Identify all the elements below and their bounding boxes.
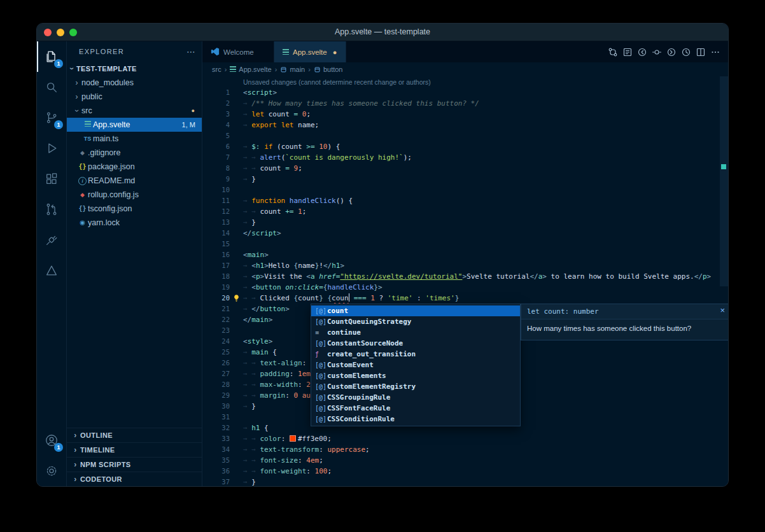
activitybar-source-control-icon[interactable]: 1 (37, 102, 66, 133)
activitybar-extensions-icon[interactable] (37, 164, 66, 194)
gutter-slot (230, 477, 243, 486)
code-line[interactable]: 33→ → color: #ff3e00; (202, 433, 728, 444)
toggle-blame-icon[interactable] (652, 47, 662, 57)
project-root-row[interactable]: › TEST-TEMPLATE (67, 62, 202, 76)
indent-whitespace: → (243, 402, 251, 410)
suggestion-item[interactable]: [@]CSSConditionRule (311, 414, 520, 424)
file-row[interactable]: ›src● (67, 104, 202, 118)
json-icon: {} (77, 160, 88, 174)
split-editor-icon[interactable] (696, 47, 706, 57)
file-history-icon[interactable] (681, 47, 691, 57)
code-line[interactable]: 1<script> (202, 87, 728, 98)
suggestion-item[interactable]: [@]CSSFontFaceRule (311, 403, 520, 414)
code-line[interactable]: 35→ → font-size: 4em; (202, 455, 728, 466)
code-line[interactable]: 37→ } (202, 477, 728, 486)
suggestion-item[interactable]: ƒcreate_out_transition (311, 349, 520, 360)
symbol-variable-icon: [@] (315, 403, 327, 414)
breadcrumb-item-button[interactable]: button (314, 66, 343, 73)
file-row[interactable]: ◉yarn.lock (67, 216, 202, 230)
suggestion-item[interactable]: [@]CustomEvent (311, 360, 520, 370)
git-compare-icon[interactable] (608, 47, 618, 57)
activitybar-explorer-icon[interactable]: 1 (37, 41, 66, 72)
code-line[interactable]: 36→ → font-weight: 100; (202, 466, 728, 477)
code-line[interactable]: 34→ → text-transform: uppercase; (202, 444, 728, 455)
vscode-window: App.svelte — test-template 111 EXPLORER … (36, 23, 729, 487)
activitybar-github-pull-requests-icon[interactable] (37, 194, 66, 225)
suggestion-item[interactable]: [@]customElements (311, 370, 520, 381)
code-line[interactable]: 15 (202, 239, 728, 249)
navigate-forward-icon[interactable] (666, 47, 677, 57)
code-line[interactable]: 12→ → count += 1; (202, 206, 728, 217)
scrollbar[interactable] (720, 76, 728, 486)
suggestion-item[interactable]: [@]CSSGroupingRule (311, 392, 520, 403)
code-line[interactable]: 16<main> (202, 249, 728, 260)
code-line[interactable]: 4→ export let name; (202, 120, 728, 130)
code-line[interactable]: 18→ <p>Visit the <a href="https://svelte… (202, 271, 728, 282)
file-label: .gitignore (88, 148, 120, 157)
code-line[interactable]: 7→ → alert(`count is dangerously high!`)… (202, 152, 728, 163)
code-line[interactable]: 10 (202, 185, 728, 195)
activitybar-run-and-debug-icon[interactable] (37, 133, 66, 164)
tab-welcome[interactable]: Welcome (202, 41, 274, 62)
symbol-icon (280, 66, 287, 73)
code-line[interactable]: 20→ → Clicked {count} {coun === 1 ? 'tim… (202, 293, 728, 304)
activitybar-azure-icon[interactable] (37, 255, 66, 286)
close-icon[interactable]: × (720, 305, 725, 315)
code-line[interactable]: 8→ → count = 9; (202, 163, 728, 174)
file-row[interactable]: TSmain.ts (67, 132, 202, 146)
breadcrumb-item-src[interactable]: src (212, 66, 221, 73)
rollup-icon: ◆ (77, 188, 88, 202)
activitybar-settings-icon[interactable] (37, 456, 66, 486)
file-row[interactable]: ›node_modules (67, 76, 202, 90)
suggestion-item[interactable]: ≡continue (311, 327, 520, 338)
file-row[interactable]: ◆rollup.config.js (67, 188, 202, 202)
lightbulb-icon[interactable] (230, 293, 243, 304)
zoom-window-button[interactable] (69, 29, 77, 36)
sidebar-section-outline[interactable]: ›OUTLINE (67, 428, 202, 442)
gutter-slot (230, 368, 243, 379)
more-actions-icon[interactable] (710, 47, 720, 57)
code-editor[interactable]: Unsaved changes (cannot determine recent… (202, 76, 728, 486)
annotations-icon[interactable] (622, 47, 633, 57)
file-row[interactable]: ◆.gitignore (67, 146, 202, 160)
readme-info-icon: i (77, 174, 88, 188)
sidebar-section-timeline[interactable]: ›TIMELINE (67, 442, 202, 457)
file-row[interactable]: iREADME.md (67, 174, 202, 188)
code-line-content: </script> (243, 228, 728, 239)
navigate-back-icon[interactable] (637, 47, 647, 57)
tsconfig-json-icon: {} (77, 202, 88, 216)
file-row[interactable]: {}package.json (67, 160, 202, 174)
sidebar-section-codetour[interactable]: ›CODETOUR (67, 472, 202, 486)
code-line[interactable]: 9→ } (202, 174, 728, 185)
explorer-more-actions-icon[interactable]: ⋯ (186, 46, 195, 57)
suggestion-item[interactable]: [@]count (311, 305, 520, 316)
close-window-button[interactable] (44, 29, 52, 36)
code-line[interactable]: 17→ <h1>Hello {name}!</h1> (202, 260, 728, 271)
activitybar-remote-explorer-icon[interactable] (37, 225, 66, 255)
code-line[interactable]: 13→ } (202, 217, 728, 228)
code-line[interactable]: 11→ function handleClick() { (202, 195, 728, 206)
activitybar-search-icon[interactable] (37, 72, 66, 102)
suggestion-item[interactable]: [@]CustomElementRegistry (311, 381, 520, 392)
sidebar-section-npm-scripts[interactable]: ›NPM SCRIPTS (67, 457, 202, 472)
file-row[interactable]: {}tsconfig.json (67, 202, 202, 216)
breadcrumb-item-main[interactable]: main (280, 66, 305, 73)
code-line[interactable]: 6→ $: if (count >= 10) { (202, 141, 728, 152)
line-number: 13 (202, 217, 230, 228)
file-row[interactable]: App.svelte1, M (67, 118, 202, 132)
code-line[interactable]: 14</script> (202, 228, 728, 239)
code-line[interactable]: 5 (202, 130, 728, 141)
code-line[interactable]: 3→ let count = 0; (202, 109, 728, 120)
gutter-slot (230, 174, 243, 185)
file-label: yarn.lock (88, 218, 120, 227)
minimize-window-button[interactable] (57, 29, 64, 36)
suggestion-item[interactable]: [@]CountQueuingStrategy (311, 316, 520, 327)
breadcrumb-item-app-svelte[interactable]: App.svelte (230, 66, 271, 73)
activitybar-accounts-icon[interactable]: 1 (37, 425, 66, 456)
tab-app-svelte[interactable]: App.svelte● (274, 41, 346, 62)
file-row[interactable]: ›public (67, 90, 202, 104)
scrollbar-thumb[interactable] (720, 76, 728, 286)
code-line[interactable]: 19→ <button on:click={handleClick}> (202, 282, 728, 293)
suggestion-item[interactable]: [@]ConstantSourceNode (311, 338, 520, 349)
code-line[interactable]: 2→ /** How many times has someone clicke… (202, 98, 728, 109)
